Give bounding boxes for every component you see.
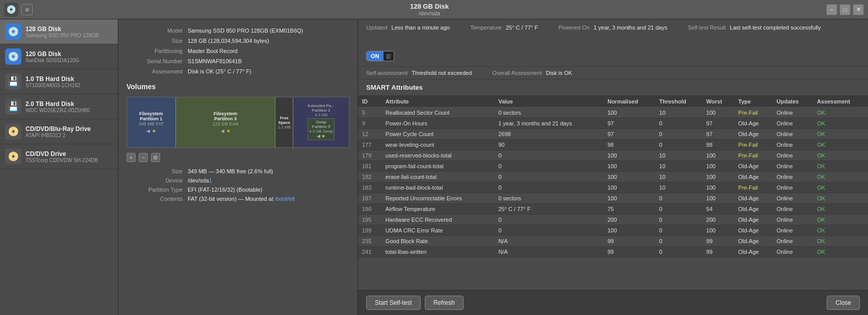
table-row[interactable]: 5 Reallocated Sector Count 0 sectors 100…: [358, 108, 868, 118]
self-test-label: Self-test Result: [687, 24, 726, 31]
assessment-label: Assessment: [126, 68, 188, 74]
sel-device-link[interactable]: 1: [209, 177, 212, 183]
cell-attribute: Airflow Temperature: [381, 204, 494, 215]
bottom-bar-left: Start Self-test Refresh: [366, 296, 464, 310]
bottom-bar: Start Self-test Refresh Close: [358, 290, 868, 315]
extended-partition[interactable]: Extended Pa... Partition 2 4.3 GB Swap P…: [293, 97, 349, 147]
col-value: Value: [494, 96, 603, 108]
swap-partition[interactable]: Swap Partition 5 4.3 GB Swap ◀ ★: [308, 118, 335, 140]
smart-toggle[interactable]: ON |||: [366, 51, 394, 61]
minimize-button[interactable]: −: [826, 4, 837, 15]
partition-3-star[interactable]: ★: [226, 128, 231, 134]
refresh-button[interactable]: Refresh: [425, 296, 464, 310]
disk-icon-4: 💾: [5, 98, 21, 115]
bars-icon: |||: [384, 51, 394, 61]
sel-parttype-label: Partition Type: [126, 187, 188, 193]
cell-normalised: 100: [603, 225, 655, 236]
swap-nav: ◀ ★: [309, 134, 333, 139]
table-row[interactable]: 187 Reported Uncorrectable Errors 0 sect…: [358, 193, 868, 204]
cell-type: Old-Age: [734, 129, 773, 140]
cell-normalised: 100: [603, 193, 655, 204]
settings-partition-button[interactable]: ⚙: [151, 153, 160, 162]
on-label: ON: [367, 51, 384, 61]
partition-1-name: Filesystem: [139, 111, 163, 116]
cell-assessment: OK: [813, 247, 868, 257]
partition-1-back[interactable]: ◀: [146, 128, 150, 134]
cell-worst: 100: [702, 161, 734, 172]
sidebar-disk-model-2: SanDisk SDSSDA120G: [25, 58, 80, 63]
sel-parttype-row: Partition Type EFI (FAT-12/16/32) (Boota…: [126, 187, 349, 193]
cell-type: Old-Age: [734, 204, 773, 215]
partition-1[interactable]: Filesystem Partition 1 349 MB FAT ◀ ★: [127, 97, 176, 147]
table-row[interactable]: 9 Power-On Hours 1 year, 3 months and 21…: [358, 118, 868, 129]
menu-button[interactable]: ≡: [21, 4, 33, 15]
cell-worst: 100: [702, 108, 734, 118]
smart-attributes-table: ID Attribute Value Normalised Threshold …: [358, 96, 868, 257]
cell-threshold: 0: [655, 236, 702, 247]
close-button[interactable]: ✕: [853, 4, 864, 15]
sel-device-value: /dev/sda1: [188, 177, 212, 183]
table-row[interactable]: 177 wear-leveling-count 90 98 0 98 Pre-F…: [358, 140, 868, 150]
start-self-test-button[interactable]: Start Self-test: [366, 296, 421, 310]
table-row[interactable]: 12 Power Cycle Count 2698 97 0 97 Old-Ag…: [358, 129, 868, 140]
cell-normalised: 99: [603, 247, 655, 257]
cell-threshold: 10: [655, 182, 702, 193]
sel-contents-label: Contents: [126, 196, 188, 202]
self-assessment-label: Self-assessment: [366, 70, 407, 76]
cell-id: 199: [358, 225, 381, 236]
sidebar-item-disk5[interactable]: 📀 CD/DVD/Blu-Ray Drive ATAPI IHBS312 2: [0, 119, 118, 144]
table-row[interactable]: 179 used-reserved-blocks-total 0 100 10 …: [358, 150, 868, 161]
sidebar-item-disk1[interactable]: 💿 128 GB Disk Samsung SSD 850 PRO 128GB: [0, 19, 118, 44]
table-row[interactable]: 199 UDMA CRC Error Rate 0 100 0 100 Old-…: [358, 225, 868, 236]
model-row: Model Samsung SSD 850 PRO 128GB (EXM01B6…: [126, 28, 349, 34]
table-row[interactable]: 190 Airflow Temperature 25° C / 77° F 75…: [358, 204, 868, 215]
sidebar-disk-model-1: Samsung SSD 850 PRO 128GB: [25, 33, 98, 38]
table-row[interactable]: 241 total-lbas-written N/A 99 0 99 Old-A…: [358, 247, 868, 257]
swap-size: 4.3 GB Swap: [309, 129, 333, 134]
maximize-button[interactable]: □: [839, 4, 851, 15]
cell-normalised: 75: [603, 204, 655, 215]
partition-1-star[interactable]: ★: [152, 128, 156, 134]
cell-assessment: OK: [813, 140, 868, 150]
main-layout: 💿 128 GB Disk Samsung SSD 850 PRO 128GB …: [0, 19, 868, 315]
cell-value: 0: [494, 225, 603, 236]
cell-threshold: 0: [655, 204, 702, 215]
sidebar-item-disk2[interactable]: 💿 120 GB Disk SanDisk SDSSDA120G: [0, 44, 118, 69]
sidebar-item-disk3[interactable]: 💾 1.0 TB Hard Disk ST1000DM003-1CH162: [0, 69, 118, 94]
cell-id: 177: [358, 140, 381, 150]
partition-3-size: 123 GB Ext4: [213, 121, 239, 126]
cell-id: 9: [358, 118, 381, 129]
close-button[interactable]: Close: [827, 296, 860, 310]
swap-back[interactable]: ◀: [317, 134, 320, 139]
table-row[interactable]: 235 Good Block Rate N/A 99 0 99 Old-Age …: [358, 236, 868, 247]
table-row[interactable]: 182 erase-fail-count-total 0 100 10 100 …: [358, 172, 868, 182]
temperature-item: Temperature 25° C / 77° F: [470, 24, 538, 31]
partition-3-back[interactable]: ◀: [221, 128, 224, 134]
add-partition-button[interactable]: +: [126, 153, 136, 162]
cell-type: Pre-Fail: [734, 140, 773, 150]
free-space[interactable]: Free Space 1.2 MB: [275, 97, 293, 147]
table-row[interactable]: 181 program-fail-count-total 0 100 10 10…: [358, 161, 868, 172]
swap-name: Partition 5: [309, 124, 333, 129]
partition-3[interactable]: Filesystem Partition 3 123 GB Ext4 ◀ ★: [176, 97, 276, 147]
table-row[interactable]: 195 Hardware ECC Recovered 0 200 0 200 O…: [358, 215, 868, 225]
cell-normalised: 98: [603, 140, 655, 150]
updated-value: Less than a minute ago: [392, 24, 450, 31]
table-row[interactable]: 183 runtime-bad-block-total 0 100 10 100…: [358, 182, 868, 193]
cell-normalised: 97: [603, 129, 655, 140]
sel-device-row: Device /dev/sda1: [126, 177, 349, 183]
sidebar-item-disk6[interactable]: 📀 CD/DVD Drive TSSTcorp CDDVDW SH-224DB: [0, 144, 118, 169]
sidebar-item-disk4[interactable]: 💾 2.0 TB Hard Disk WDC WD20EZRZ-00Z5HB0: [0, 94, 118, 119]
cell-value: 0 sectors: [494, 193, 603, 204]
swap-star[interactable]: ★: [321, 134, 325, 139]
mount-point-link[interactable]: /boot/efi: [275, 196, 295, 202]
cell-attribute: UDMA CRC Error Rate: [381, 225, 494, 236]
remove-partition-button[interactable]: −: [139, 153, 148, 162]
cell-updates: Online: [773, 118, 813, 129]
cell-attribute: Reallocated Sector Count: [381, 108, 494, 118]
top-info-bar: Updated Less than a minute ago Temperatu…: [358, 19, 868, 67]
cell-type: Pre-Fail: [734, 108, 773, 118]
cell-assessment: OK: [813, 193, 868, 204]
cell-worst: 97: [702, 129, 734, 140]
cell-updates: Online: [773, 150, 813, 161]
